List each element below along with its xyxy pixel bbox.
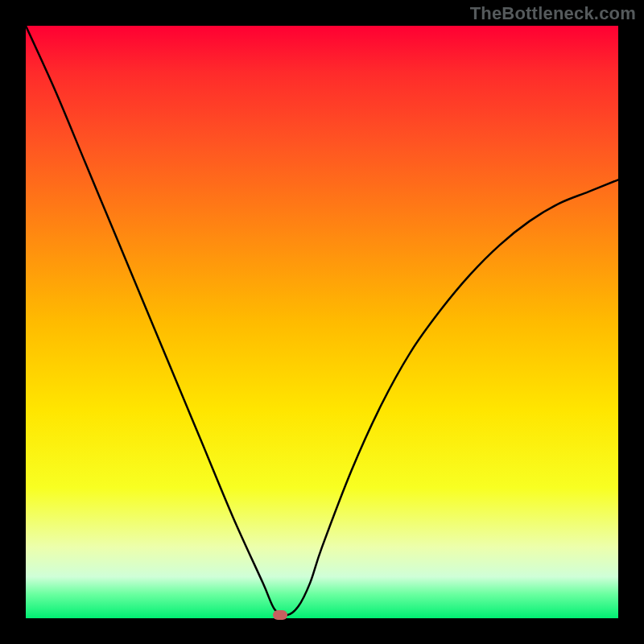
optimal-marker: [273, 610, 287, 620]
curve-layer: [26, 26, 618, 618]
watermark-text: TheBottleneck.com: [470, 3, 636, 24]
plot-area: [26, 26, 618, 618]
chart-frame: TheBottleneck.com: [0, 0, 644, 644]
bottleneck-curve: [26, 26, 618, 615]
